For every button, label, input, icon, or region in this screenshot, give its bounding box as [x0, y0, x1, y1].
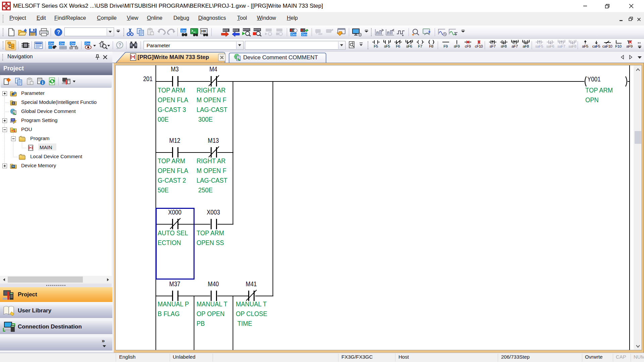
svg-text:Dev: Dev	[181, 29, 187, 33]
svg-text:Dev: Dev	[60, 42, 65, 45]
svg-text:?: ?	[118, 42, 121, 48]
svg-text:Dev: Dev	[70, 42, 76, 45]
svg-text:Dev: Dev	[49, 42, 55, 45]
svg-text:Dev: Dev	[302, 33, 308, 36]
svg-text:?: ?	[57, 29, 60, 35]
svg-text:HK: HK	[201, 29, 207, 33]
svg-text:Dev: Dev	[85, 42, 91, 45]
svg-text:Dev: Dev	[291, 33, 297, 36]
